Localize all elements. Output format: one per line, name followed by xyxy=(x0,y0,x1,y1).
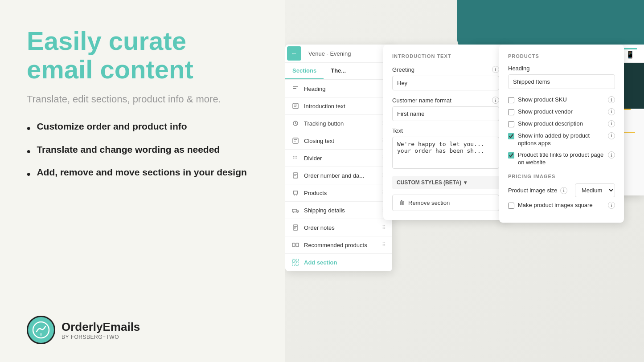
section-divider-label: Divider xyxy=(304,155,382,162)
left-panel: Easily curate email content Translate, e… xyxy=(0,0,285,362)
drag-handle-notes[interactable]: ⠿ xyxy=(382,224,386,231)
section-divider[interactable]: Divider ⠿ xyxy=(285,150,392,167)
section-introduction-text[interactable]: Introduction text xyxy=(285,98,392,115)
sections-header: ← Venue - Evening xyxy=(285,45,392,63)
section-order-label: Order number and da... xyxy=(304,172,382,179)
checkbox-sku-input[interactable] xyxy=(508,97,514,103)
order-icon xyxy=(291,171,299,179)
svg-rect-9 xyxy=(294,141,296,142)
checkbox-options-input[interactable] xyxy=(508,133,514,139)
product-image-size-row: Product image size ℹ Small Medium Large xyxy=(508,183,615,197)
intro-popup-title: INTRODUCTION TEXT xyxy=(392,53,499,59)
section-tracking-button[interactable]: Tracking button ⠿ xyxy=(285,115,392,132)
hero-subtitle: Translate, edit sections, product info &… xyxy=(27,93,258,106)
add-section-button[interactable]: Add section xyxy=(285,254,392,271)
customer-name-info-icon[interactable]: ℹ xyxy=(492,97,499,104)
section-heading[interactable]: Heading xyxy=(285,80,392,98)
svg-rect-17 xyxy=(292,209,297,212)
svg-rect-1 xyxy=(293,86,298,87)
section-order-number[interactable]: Order number and da... ⠿ xyxy=(285,167,392,184)
title-links-info-icon[interactable]: ℹ xyxy=(608,151,615,159)
products-section-title: PRODUCTS xyxy=(508,53,615,59)
checkbox-make-square-input[interactable] xyxy=(508,203,514,209)
customer-name-label: Customer name format xyxy=(392,97,451,104)
remove-section-button[interactable]: 🗑 Remove section xyxy=(392,195,499,211)
section-shipping-details[interactable]: Shipping details ⠿ xyxy=(285,202,392,219)
tab-theme[interactable]: The... xyxy=(324,63,353,79)
checkbox-vendor: Show product vendor ℹ xyxy=(508,108,615,116)
vendor-info-icon[interactable]: ℹ xyxy=(608,108,615,115)
svg-rect-22 xyxy=(294,228,296,228)
right-panel: ← Venue - Evening Sections The... Headin… xyxy=(285,0,644,362)
active-view-indicator xyxy=(623,48,637,49)
tab-sections[interactable]: Sections xyxy=(285,63,324,79)
checkbox-title-links-input[interactable] xyxy=(508,152,514,159)
feature-item-2: Translate and change wording as needed xyxy=(27,143,258,158)
drag-handle-recommended[interactable]: ⠿ xyxy=(382,242,386,248)
sections-panel: ← Venue - Evening Sections The... Headin… xyxy=(285,45,392,271)
section-recommended-products[interactable]: Recommended products ⠿ xyxy=(285,236,392,254)
greeting-label-row: Greeting ℹ xyxy=(392,66,499,73)
checkbox-description-label: Show product description xyxy=(518,120,604,128)
svg-rect-8 xyxy=(294,139,297,140)
custom-styles-button[interactable]: CUSTOM STYLES (BETA) ▾ xyxy=(392,176,499,189)
svg-rect-5 xyxy=(294,106,296,107)
customer-name-input[interactable] xyxy=(392,106,499,121)
mobile-view-button[interactable]: 📱 xyxy=(623,48,637,59)
svg-rect-21 xyxy=(294,226,297,227)
divider-icon xyxy=(291,154,299,162)
custom-styles-label: CUSTOM STYLES (BETA) xyxy=(397,179,461,186)
checkbox-vendor-input[interactable] xyxy=(508,109,514,115)
feature-list: Customize order and product info Transla… xyxy=(27,120,258,181)
text-label-row: Text xyxy=(392,127,499,134)
products-heading-label-row: Heading xyxy=(508,65,615,72)
section-tracking-label: Tracking button xyxy=(304,120,382,127)
section-order-notes[interactable]: Order notes ⠿ xyxy=(285,219,392,236)
intro-text-popup: INTRODUCTION TEXT Greeting ℹ Customer na… xyxy=(383,45,508,220)
shipping-icon xyxy=(291,206,299,214)
products-popup-inner: PRODUCTS Heading Show product SKU ℹ Show… xyxy=(499,45,624,223)
svg-rect-26 xyxy=(292,259,295,262)
product-image-size-select[interactable]: Small Medium Large xyxy=(575,183,615,197)
svg-rect-24 xyxy=(292,243,295,247)
text-textarea[interactable]: We're happy to let you... your order has… xyxy=(392,137,499,169)
svg-rect-2 xyxy=(293,88,296,89)
make-square-info-icon[interactable]: ℹ xyxy=(608,202,615,209)
image-size-info-icon[interactable]: ℹ xyxy=(560,187,567,194)
products-heading-label: Heading xyxy=(508,65,529,72)
options-info-icon[interactable]: ℹ xyxy=(608,132,615,139)
greeting-input[interactable] xyxy=(392,76,499,90)
mobile-icon: 📱 xyxy=(626,50,635,59)
sku-info-icon[interactable]: ℹ xyxy=(608,96,615,103)
notes-icon xyxy=(291,224,299,232)
checkbox-options-label: Show info added by product options apps xyxy=(518,132,604,147)
sections-tabs: Sections The... xyxy=(285,63,392,80)
tracking-icon xyxy=(291,119,299,127)
svg-point-15 xyxy=(294,195,295,195)
description-info-icon[interactable]: ℹ xyxy=(608,120,615,127)
back-button[interactable]: ← xyxy=(287,46,301,61)
text-label: Text xyxy=(392,127,403,134)
greeting-label: Greeting xyxy=(392,66,414,73)
recommended-icon xyxy=(291,241,299,249)
svg-rect-4 xyxy=(294,105,297,106)
checkbox-title-links: Product title links to product page on w… xyxy=(508,151,615,167)
feature-item-1: Customize order and product info xyxy=(27,120,258,135)
brand-logo xyxy=(27,316,55,344)
section-shipping-label: Shipping details xyxy=(304,207,382,214)
feature-item-3: Add, remove and move sections in your de… xyxy=(27,166,258,181)
products-heading-input[interactable] xyxy=(508,74,615,89)
section-closing-text[interactable]: Closing text ⠿ xyxy=(285,132,392,150)
greeting-info-icon[interactable]: ℹ xyxy=(492,66,499,73)
checkbox-description: Show product description ℹ xyxy=(508,120,615,128)
svg-point-18 xyxy=(293,212,294,213)
section-notes-label: Order notes xyxy=(304,224,382,231)
svg-point-19 xyxy=(297,212,298,213)
checkbox-description-input[interactable] xyxy=(508,121,514,127)
svg-rect-13 xyxy=(294,174,297,175)
svg-rect-23 xyxy=(294,228,295,229)
section-products[interactable]: Products ⠿ xyxy=(285,184,392,202)
svg-rect-25 xyxy=(296,243,299,247)
brand-footer: OrderlyEmails by FORSBERG+two xyxy=(27,316,258,344)
customer-name-label-row: Customer name format ℹ xyxy=(392,97,499,104)
